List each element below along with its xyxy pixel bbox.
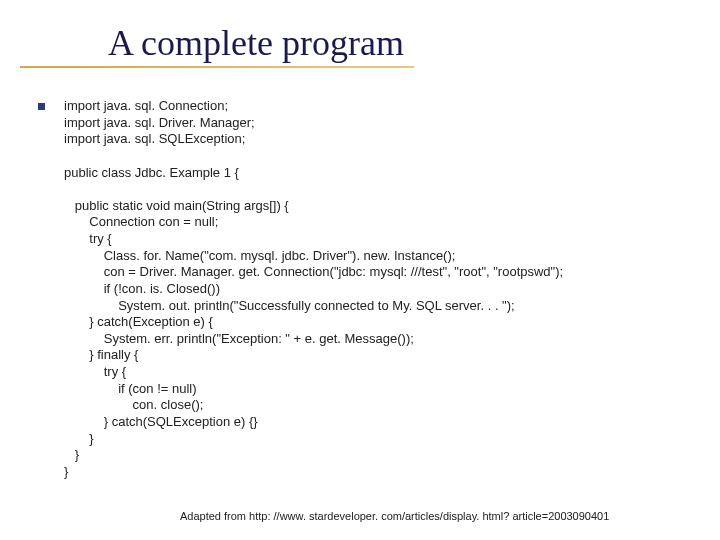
code-block: import java. sql. Connection; import jav… <box>64 98 563 480</box>
code-line: Connection con = null; <box>64 214 218 229</box>
code-line: if (con != null) <box>64 381 197 396</box>
code-line: public class Jdbc. Example 1 { <box>64 165 239 180</box>
code-line: System. err. println("Exception: " + e. … <box>64 331 414 346</box>
code-line: } catch(Exception e) { <box>64 314 213 329</box>
code-line: } catch(SQLException e) {} <box>64 414 258 429</box>
code-line: import java. sql. SQLException; <box>64 131 245 146</box>
attribution-text: Adapted from http: //www. stardeveloper.… <box>180 510 609 522</box>
code-line: } <box>64 447 79 462</box>
slide-title: A complete program <box>108 22 404 64</box>
code-line: con = Driver. Manager. get. Connection("… <box>64 264 563 279</box>
code-line: public static void main(String args[]) { <box>64 198 289 213</box>
code-line: } <box>64 431 94 446</box>
code-line: } <box>64 464 68 479</box>
code-line: import java. sql. Connection; <box>64 98 228 113</box>
code-line: try { <box>64 231 112 246</box>
code-line: } finally { <box>64 347 138 362</box>
code-line: System. out. println("Successfully conne… <box>64 298 515 313</box>
code-line: import java. sql. Driver. Manager; <box>64 115 255 130</box>
bullet-icon <box>38 103 45 110</box>
code-line: con. close(); <box>64 397 203 412</box>
code-line: if (!con. is. Closed()) <box>64 281 220 296</box>
code-line: Class. for. Name("com. mysql. jdbc. Driv… <box>64 248 455 263</box>
title-underline <box>20 66 414 68</box>
code-line: try { <box>64 364 126 379</box>
